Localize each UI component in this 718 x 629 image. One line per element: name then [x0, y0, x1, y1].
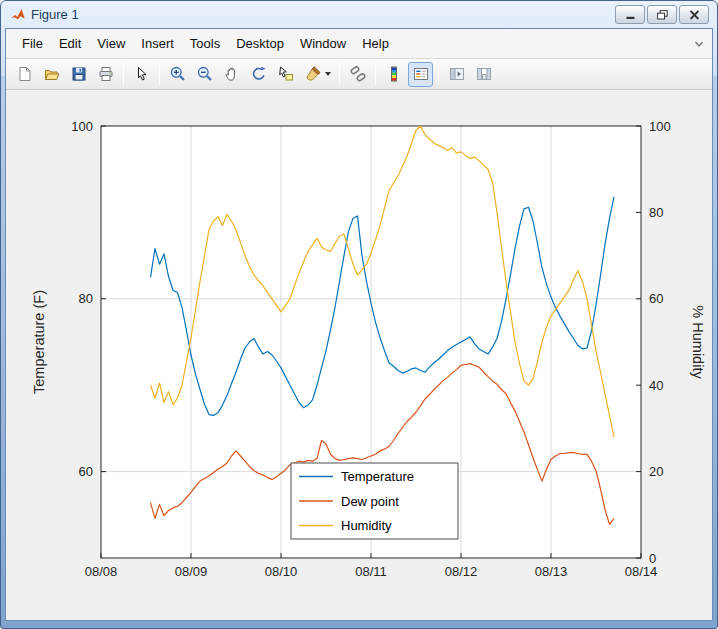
- show-plot-tools-button[interactable]: [471, 62, 496, 87]
- toolbar-separator: [375, 63, 376, 85]
- open-file-icon: [43, 65, 61, 83]
- figure-canvas: 08/0808/0908/1008/1108/1208/1308/1460801…: [6, 90, 712, 620]
- save-figure-icon: [70, 65, 88, 83]
- rotate-3d-icon: [250, 65, 268, 83]
- zoom-out-icon: [196, 65, 214, 83]
- close-icon: [689, 10, 700, 20]
- menu-item-desktop[interactable]: Desktop: [228, 32, 292, 55]
- window-title: Figure 1: [31, 7, 79, 22]
- hide-plot-tools-button[interactable]: [444, 62, 469, 87]
- left-axis-label: Temperature (F): [31, 290, 47, 394]
- toolbar-separator: [339, 63, 340, 85]
- legend-label: Humidity: [341, 518, 392, 533]
- svg-text:60: 60: [79, 464, 93, 479]
- legend-label: Dew point: [341, 494, 399, 509]
- restore-icon: [657, 10, 668, 20]
- toolbar-separator: [123, 63, 124, 85]
- menu-item-insert[interactable]: Insert: [133, 32, 182, 55]
- zoom-in-button[interactable]: [165, 62, 190, 87]
- menu-item-view[interactable]: View: [89, 32, 133, 55]
- data-cursor-button[interactable]: [273, 62, 298, 87]
- legend[interactable]: TemperatureDew pointHumidity: [291, 463, 458, 539]
- edit-plot-button[interactable]: [129, 62, 154, 87]
- print-figure-button[interactable]: [93, 62, 118, 87]
- svg-text:80: 80: [649, 205, 663, 220]
- close-button[interactable]: [679, 5, 709, 24]
- svg-text:08/09: 08/09: [175, 564, 208, 579]
- brush-button[interactable]: [300, 62, 334, 87]
- rotate-3d-button[interactable]: [246, 62, 271, 87]
- restore-button[interactable]: [647, 5, 677, 24]
- open-file-button[interactable]: [39, 62, 64, 87]
- save-figure-button[interactable]: [66, 62, 91, 87]
- svg-text:0: 0: [649, 551, 656, 566]
- menu-item-tools[interactable]: Tools: [182, 32, 228, 55]
- pan-button[interactable]: [219, 62, 244, 87]
- svg-text:40: 40: [649, 378, 663, 393]
- svg-text:08/12: 08/12: [445, 564, 478, 579]
- dropdown-arrow-icon[interactable]: [325, 72, 331, 76]
- link-plot-icon: [349, 65, 367, 83]
- insert-legend-icon: [412, 65, 430, 83]
- print-figure-icon: [97, 65, 115, 83]
- insert-legend-button[interactable]: [408, 62, 433, 87]
- svg-text:80: 80: [79, 291, 93, 306]
- svg-text:100: 100: [649, 119, 671, 134]
- figure-window: Figure 1 FileEditViewInsertToolsDesktopW…: [0, 0, 718, 629]
- data-cursor-icon: [277, 65, 295, 83]
- menubar-chevron-icon[interactable]: [694, 39, 704, 49]
- minimize-icon: [625, 10, 636, 20]
- edit-plot-icon: [133, 65, 151, 83]
- window-controls: [615, 5, 711, 24]
- zoom-in-icon: [169, 65, 187, 83]
- window-client-area: FileEditViewInsertToolsDesktopWindowHelp…: [5, 28, 713, 621]
- new-figure-button[interactable]: [12, 62, 37, 87]
- insert-colorbar-icon: [385, 65, 403, 83]
- insert-colorbar-button[interactable]: [381, 62, 406, 87]
- menu-item-window[interactable]: Window: [292, 32, 354, 55]
- svg-text:20: 20: [649, 464, 663, 479]
- hide-plot-tools-icon: [448, 65, 466, 83]
- svg-text:60: 60: [649, 291, 663, 306]
- menu-item-edit[interactable]: Edit: [51, 32, 89, 55]
- legend-label: Temperature: [341, 469, 414, 484]
- menubar: FileEditViewInsertToolsDesktopWindowHelp: [6, 29, 712, 59]
- pan-icon: [223, 65, 241, 83]
- matlab-figure-icon: [10, 7, 26, 23]
- menu-item-help[interactable]: Help: [354, 32, 397, 55]
- figure-plot: 08/0808/0908/1008/1108/1208/1308/1460801…: [6, 90, 712, 620]
- svg-text:08/14: 08/14: [625, 564, 658, 579]
- zoom-out-button[interactable]: [192, 62, 217, 87]
- link-plot-button[interactable]: [345, 62, 370, 87]
- new-figure-icon: [16, 65, 34, 83]
- toolbar-separator: [438, 63, 439, 85]
- show-plot-tools-icon: [475, 65, 493, 83]
- brush-icon: [304, 65, 322, 83]
- minimize-button[interactable]: [615, 5, 645, 24]
- titlebar[interactable]: Figure 1: [5, 1, 713, 28]
- svg-text:100: 100: [71, 119, 93, 134]
- svg-text:08/13: 08/13: [535, 564, 568, 579]
- svg-text:08/08: 08/08: [85, 564, 118, 579]
- right-axis-label: % Humidity: [690, 305, 706, 379]
- toolbar: [6, 59, 712, 90]
- toolbar-separator: [159, 63, 160, 85]
- svg-text:08/11: 08/11: [355, 564, 387, 579]
- svg-text:08/10: 08/10: [265, 564, 298, 579]
- menu-item-file[interactable]: File: [14, 32, 51, 55]
